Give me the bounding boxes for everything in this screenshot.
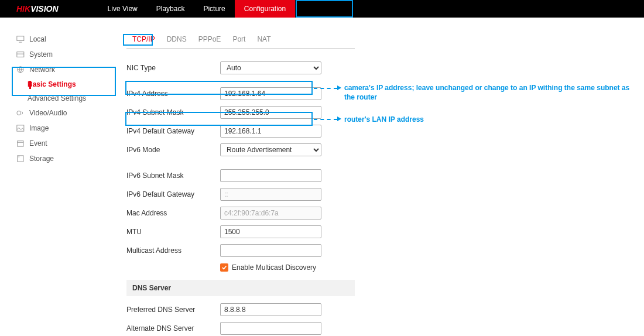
ipv4-mask-input[interactable] — [220, 106, 321, 119]
ipv6-mode-label: IPv6 Mode — [126, 146, 220, 154]
active-marker — [29, 81, 31, 89]
logo: HIKVISION — [16, 4, 59, 13]
enable-multicast-checkbox[interactable] — [220, 263, 228, 272]
alt-dns-label: Alternate DNS Server — [126, 324, 220, 332]
tab-pppoe[interactable]: PPPoE — [193, 32, 227, 48]
logo-red: HIK — [16, 4, 30, 13]
svg-rect-7 — [17, 125, 24, 131]
sidebar-item-event[interactable]: Event — [16, 136, 111, 151]
mtu-input[interactable] — [220, 225, 321, 238]
svg-point-6 — [17, 111, 21, 115]
multicast-label: Multicast Address — [126, 246, 220, 255]
sidebar-item-storage[interactable]: Storage — [16, 151, 111, 166]
nav-configuration[interactable]: Configuration — [235, 0, 295, 18]
system-icon — [16, 51, 25, 58]
tab-nat[interactable]: NAT — [251, 32, 276, 48]
logo-white: VISION — [30, 4, 58, 13]
annotation-arrow-head — [337, 116, 341, 121]
mtu-label: MTU — [126, 228, 220, 236]
content-pane: TCP/IP DDNS PPPoE Port NAT NIC Type Auto… — [111, 32, 644, 336]
svg-rect-0 — [17, 36, 24, 41]
ipv6-mask-label: IPv6 Subnet Mask — [126, 172, 220, 180]
annotation-arrow-dash — [314, 119, 337, 120]
ipv4-addr-label: IPv4 Address — [126, 90, 220, 98]
sidebar-item-image[interactable]: Image — [16, 121, 111, 136]
pri-dns-label: Preferred DNS Server — [126, 306, 220, 314]
mac-input — [220, 207, 321, 220]
dns-section-head: DNS Server — [126, 280, 355, 296]
image-icon — [16, 125, 25, 132]
nic-type-label: NIC Type — [126, 64, 220, 72]
sidebar-item-local[interactable]: Local — [16, 32, 111, 47]
top-header: HIKVISION Live View Playback Picture Con… — [0, 0, 644, 18]
annotation-arrow-head — [337, 85, 341, 90]
ipv4-addr-input[interactable] — [220, 87, 321, 100]
svg-rect-10 — [18, 156, 23, 162]
svg-rect-8 — [18, 141, 23, 146]
ipv4-gw-label: IPv4 Default Gateway — [126, 127, 220, 135]
globe-icon — [16, 66, 25, 73]
nic-type-select[interactable]: Auto — [220, 61, 321, 74]
event-icon — [16, 140, 25, 147]
sidebar-sub-advanced-settings[interactable]: Advanced Settings — [16, 91, 111, 105]
sidebar-label: Local — [29, 35, 46, 43]
sidebar-item-system[interactable]: System — [16, 47, 111, 62]
storage-icon — [16, 155, 25, 162]
nav-picture[interactable]: Picture — [194, 0, 234, 18]
ipv4-gw-input[interactable] — [220, 125, 321, 138]
tab-tcpip[interactable]: TCP/IP — [126, 32, 161, 48]
sidebar: Local System Network Basic Settings Adva… — [0, 32, 111, 336]
sidebar-label: Video/Audio — [29, 109, 67, 117]
ipv4-mask-label: IPv4 Subnet Mask — [126, 108, 220, 116]
enable-multicast-label: Enable Multicast Discovery — [232, 263, 316, 272]
sidebar-label: Storage — [29, 155, 54, 163]
annotation-arrow-dash — [314, 88, 337, 89]
sidebar-item-network[interactable]: Network — [16, 62, 111, 77]
tab-port[interactable]: Port — [227, 32, 251, 48]
video-audio-icon — [16, 109, 25, 116]
monitor-icon — [16, 36, 25, 43]
ipv6-mode-select[interactable]: Route Advertisement — [220, 143, 321, 156]
sidebar-item-video-audio[interactable]: Video/Audio — [16, 105, 111, 121]
tab-ddns[interactable]: DDNS — [161, 32, 193, 48]
alt-dns-input[interactable] — [220, 322, 321, 335]
pri-dns-input[interactable] — [220, 303, 321, 316]
annotation-text-gw: router's LAN IP address — [344, 115, 424, 124]
ipv6-gw-label: IPv6 Default Gateway — [126, 190, 220, 198]
sidebar-label: Event — [29, 139, 47, 148]
sub-tabs: TCP/IP DDNS PPPoE Port NAT — [126, 32, 355, 49]
annotation-text-ip: camera's IP address; leave unchanged or … — [344, 83, 631, 102]
sidebar-label: System — [29, 50, 53, 59]
ipv6-mask-input[interactable] — [220, 169, 321, 182]
nav-live-view[interactable]: Live View — [98, 0, 147, 18]
main-nav: Live View Playback Picture Configuration — [98, 0, 296, 18]
sidebar-label: Network — [29, 66, 55, 74]
svg-rect-2 — [17, 52, 24, 57]
ipv6-gw-input[interactable] — [220, 188, 321, 201]
mac-label: Mac Address — [126, 209, 220, 217]
sidebar-label: Image — [29, 124, 49, 132]
nav-playback[interactable]: Playback — [147, 0, 194, 18]
multicast-input[interactable] — [220, 244, 321, 257]
